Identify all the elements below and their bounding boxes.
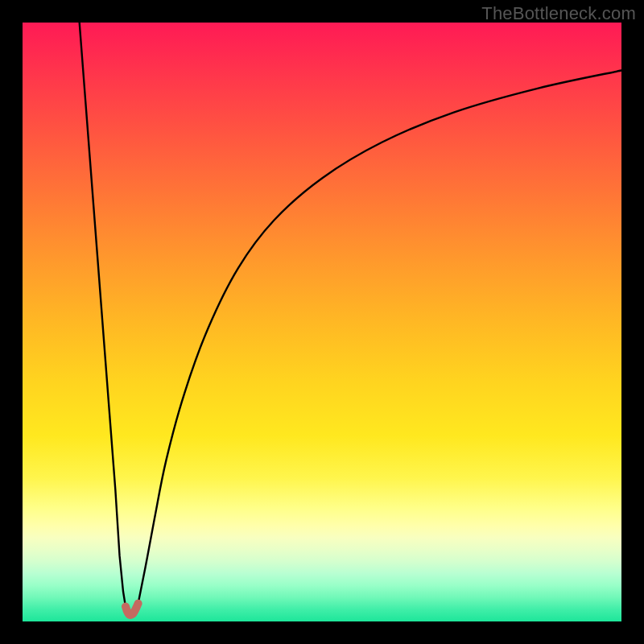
watermark-text: TheBottleneck.com [481,3,636,24]
curve-left-branch [80,23,126,606]
outer-frame: TheBottleneck.com [0,0,644,644]
chart-svg [23,23,621,621]
plot-area [23,23,621,621]
curve-right-branch [138,71,621,604]
dip-marker [126,604,138,615]
